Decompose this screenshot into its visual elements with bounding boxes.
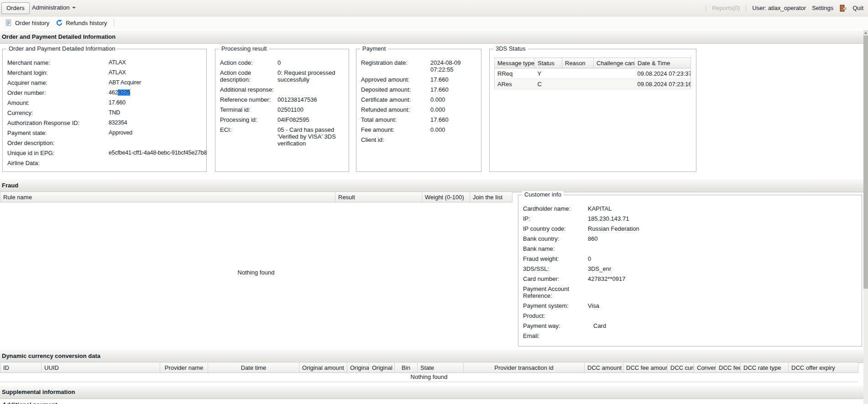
field-label: IP country code: (523, 225, 588, 232)
column-header[interactable]: Challenge cancel (594, 58, 635, 68)
payment-legend: Payment (360, 45, 388, 52)
column-header[interactable]: Original c (369, 363, 395, 373)
info-row: Certificate amount:0.000 (361, 96, 479, 103)
field-value (588, 332, 860, 339)
order-history-button[interactable]: Order history (2, 18, 52, 28)
field-label: Fraud weight: (523, 255, 588, 262)
field-value: TND (109, 109, 204, 116)
column-header[interactable]: DCC curr (668, 363, 694, 373)
info-row: Payment system:Visa (523, 302, 860, 309)
column-header[interactable]: Conversi (694, 363, 716, 373)
threeds-grid: Message typeStatusReasonChallenge cancel… (494, 57, 691, 89)
info-row: Unique id in EPG:e5cfbe41-cff1-4a48-bebc… (7, 150, 204, 156)
column-header[interactable]: Original amount (299, 363, 347, 373)
info-row: Action code description:0: Request proce… (220, 69, 347, 83)
tab-orders[interactable]: Orders (1, 2, 30, 14)
fraud-empty-text: Nothing found (0, 269, 512, 276)
field-value: 427832**0917 (588, 275, 860, 282)
top-menu-bar: Orders Administration Reports(0) User: a… (0, 0, 868, 16)
processing-result-legend: Processing result (219, 45, 269, 52)
table-row[interactable]: AResC09.08.2024 07:23:16 (495, 79, 691, 89)
field-value: 860 (588, 235, 860, 242)
column-header[interactable]: Rule name (0, 192, 335, 202)
info-row: Bank country:860 (523, 235, 860, 242)
payment-fieldset: Payment Registration date:2024-08-09 07:… (356, 49, 481, 172)
info-row: Authorization Response ID:832354 (7, 119, 204, 126)
field-value: 05 - Card has passed 'Verified by VISA' … (277, 126, 347, 147)
order-info-fieldset: Order and Payment Detailed Information M… (2, 49, 207, 172)
threeds-status-fieldset: 3DS Status Message typeStatusReasonChall… (489, 49, 696, 172)
column-header[interactable]: Bin (395, 363, 418, 373)
column-header[interactable]: Provider transaction id (464, 363, 585, 373)
table-cell: 09.08.2024 07:23:37 (635, 68, 691, 79)
column-header[interactable]: Weight (0-100) (422, 192, 470, 202)
quit-link[interactable]: Quit (852, 5, 863, 11)
field-label: Payment way: (523, 322, 588, 329)
field-value (277, 86, 347, 93)
field-value: e5cfbe41-cff1-4a48-bebc-91bcf45e27b8 (109, 150, 207, 156)
info-row: Additional response: (220, 86, 347, 93)
fraud-table: Rule nameResultWeight (0-100)Join the li… (0, 192, 512, 202)
scrollbar-thumb[interactable] (863, 36, 868, 289)
field-label: Amount: (7, 99, 109, 106)
field-value: 4623225 (109, 89, 204, 96)
refunds-history-button[interactable]: Refunds history (52, 18, 110, 28)
menu-administration[interactable]: Administration (28, 2, 79, 13)
info-row: Bank name: (523, 245, 860, 252)
field-value (588, 312, 860, 319)
column-header[interactable]: Original f (347, 363, 369, 373)
column-header[interactable]: DCC fee amount (623, 363, 668, 373)
column-header[interactable]: DCC fee (716, 363, 741, 373)
field-label: Acquirer name: (7, 79, 109, 86)
table-cell: 09.08.2024 07:23:16 (635, 79, 691, 89)
field-label: Additional response: (220, 86, 277, 93)
info-row: Merchant login:ATLAX (7, 69, 204, 76)
field-value: Card (588, 322, 860, 329)
table-row[interactable]: RReqY09.08.2024 07:23:37 (495, 68, 691, 79)
scroll-up-button[interactable] (863, 30, 868, 36)
divider (746, 5, 746, 11)
settings-link[interactable]: Settings (812, 5, 833, 11)
refunds-history-icon (56, 19, 63, 26)
column-header[interactable]: Date time (208, 363, 299, 373)
info-row: Fraud weight:0 (523, 255, 860, 262)
field-value (109, 160, 204, 166)
column-header[interactable]: Provider name (160, 363, 208, 373)
threeds-table: Message typeStatusReasonChallenge cancel… (494, 57, 691, 89)
field-label: Registration date: (361, 59, 430, 73)
info-row: Deposited amount:17.660 (361, 86, 479, 93)
field-label: Approved amount: (361, 76, 430, 83)
column-header[interactable]: Join the list (470, 192, 512, 202)
field-label: Deposited amount: (361, 86, 430, 93)
vertical-scrollbar[interactable] (863, 30, 868, 404)
column-header[interactable]: DCC rate type (741, 363, 789, 373)
field-value: ATLAX (109, 59, 204, 66)
field-label: Refunded amount: (361, 106, 430, 113)
column-header[interactable]: Reason (562, 58, 594, 68)
column-header[interactable]: UUID (42, 363, 160, 373)
quit-door-icon[interactable] (839, 5, 847, 12)
column-header[interactable]: DCC amount (585, 363, 623, 373)
info-row: IP:185.230.143.71 (523, 215, 860, 222)
field-label: Payment system: (523, 302, 588, 309)
info-row: Registration date:2024-08-09 07:22:55 (361, 59, 479, 73)
column-header[interactable]: Message type (495, 58, 535, 68)
field-label: Unique id in EPG: (7, 150, 109, 156)
field-value: 17.660 (430, 116, 479, 123)
column-header[interactable]: Status (535, 58, 562, 68)
column-header[interactable]: Result (335, 192, 422, 202)
column-header[interactable]: ID (0, 363, 42, 373)
field-value: 17.660 (109, 99, 204, 106)
field-value: 0.000 (430, 126, 479, 133)
field-label: IP: (523, 215, 588, 222)
column-header[interactable]: State (418, 363, 464, 373)
field-value: Visa (588, 302, 860, 309)
info-row: 3DS/SSL:3DS_enr (523, 265, 860, 272)
info-row: Reference number:001238147536 (220, 96, 347, 103)
order-info-legend: Order and Payment Detailed Information (6, 45, 117, 52)
column-header[interactable]: Date & Time (635, 58, 691, 68)
info-row: Airline Data: (7, 160, 204, 166)
column-header[interactable]: DCC offer expiry (789, 363, 858, 373)
info-row: Payment Account Reference: (523, 285, 860, 299)
dcc-table: IDUUIDProvider nameDate timeOriginal amo… (0, 362, 858, 373)
